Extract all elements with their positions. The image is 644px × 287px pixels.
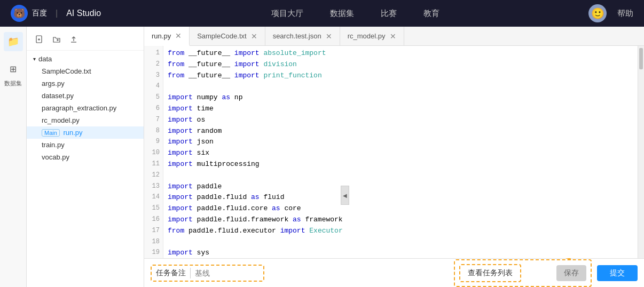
- view-tasks-btn[interactable]: 查看任务列表: [459, 264, 521, 282]
- tab-samplecode[interactable]: SampleCode.txt ✕: [190, 27, 265, 45]
- file-vocab[interactable]: vocab.py: [27, 151, 144, 163]
- top-nav: 🐻 百度 | AI Studio 项目大厅 数据集 比赛 教育 🙂 帮助: [0, 0, 644, 27]
- baseline-input[interactable]: [195, 269, 259, 277]
- tab-close-rcmodel[interactable]: ✕: [390, 33, 396, 40]
- folder-name: data: [38, 55, 52, 63]
- code-line-4: [168, 81, 633, 92]
- file-rcmodel[interactable]: rc_model.py: [27, 114, 144, 126]
- submit-btn[interactable]: 提交: [597, 265, 638, 281]
- folder-icon: 📁: [7, 36, 19, 47]
- file-args[interactable]: args.py: [27, 77, 144, 90]
- code-line-16: import paddle.fluid.framework as framewo…: [168, 214, 633, 226]
- code-line-13: import paddle: [168, 181, 633, 193]
- upload-btn[interactable]: [67, 33, 80, 46]
- code-line-3: from __future__ import print_function: [168, 70, 633, 82]
- baidu-text: 百度: [32, 9, 47, 18]
- scrollbar[interactable]: [638, 46, 644, 258]
- file-dataset[interactable]: dataset.py: [27, 90, 144, 102]
- code-line-15: import paddle.fluid.core as core: [168, 203, 633, 214]
- help-link[interactable]: 帮助: [617, 9, 633, 19]
- avatar[interactable]: 🙂: [588, 4, 607, 22]
- tab-rcmodel[interactable]: rc_model.py ✕: [340, 27, 404, 45]
- code-line-12: [168, 170, 633, 181]
- nav-right: 🙂 帮助: [588, 4, 633, 22]
- baidu-bear-icon: 🐻: [11, 5, 28, 22]
- code-line-17: from paddle.fluid.executor import Execut…: [168, 226, 633, 237]
- new-file-btn[interactable]: [33, 33, 46, 46]
- editor-tabs: run.py ✕ SampleCode.txt ✕ search.test.js…: [144, 27, 644, 46]
- line-numbers: 12345 678910 1112131415 1617181920 21222…: [144, 46, 163, 258]
- sidebar-files-btn[interactable]: 📁: [4, 32, 23, 51]
- task-note-area: 任务备注: [151, 265, 264, 282]
- code-lines[interactable]: from __future__ import absolute_import f…: [163, 46, 638, 258]
- arrow-annotation: [525, 262, 552, 284]
- file-tree-toolbar: [27, 31, 144, 51]
- sidebar-icons: 📁 ⊞ 数据集: [0, 27, 27, 287]
- file-list: ▾ data SampleCode.txt args.py dataset.py…: [27, 51, 144, 165]
- save-btn[interactable]: 保存: [556, 265, 586, 281]
- nav-links: 项目大厅 数据集 比赛 教育: [122, 9, 588, 19]
- ai-studio-label: AI Studio: [66, 9, 101, 18]
- tab-runpy[interactable]: run.py ✕: [144, 27, 190, 46]
- grid-icon: ⊞: [10, 64, 17, 74]
- tab-close-search[interactable]: ✕: [326, 33, 332, 40]
- collapse-btn[interactable]: ◀: [341, 186, 349, 205]
- bottom-panel: 任务备注 查看任务列表 保存: [144, 258, 644, 287]
- nav-link-projects[interactable]: 项目大厅: [271, 9, 303, 19]
- code-line-11: import multiprocessing: [168, 159, 633, 170]
- editor-area: run.py ✕ SampleCode.txt ✕ search.test.js…: [144, 27, 644, 287]
- code-line-18: [168, 237, 633, 248]
- file-tree: ▾ data SampleCode.txt args.py dataset.py…: [27, 27, 144, 287]
- nav-logo: 🐻 百度 | AI Studio: [11, 5, 101, 22]
- code-line-9: import json: [168, 137, 633, 148]
- sidebar-datasets-section: ⊞ 数据集: [4, 59, 23, 87]
- file-train[interactable]: train.py: [27, 139, 144, 151]
- code-line-8: import random: [168, 126, 633, 137]
- chevron-down-icon: ▾: [33, 56, 36, 62]
- tab-close-samplecode[interactable]: ✕: [251, 33, 257, 40]
- nav-link-competition[interactable]: 比赛: [381, 9, 397, 19]
- right-btn-group: 查看任务列表 保存: [454, 259, 592, 287]
- code-content[interactable]: 12345 678910 1112131415 1617181920 21222…: [144, 46, 638, 258]
- datasets-label: 数据集: [4, 79, 22, 87]
- code-line-10: import six: [168, 148, 633, 159]
- code-line-19: import sys: [168, 248, 633, 258]
- folder-data[interactable]: ▾ data: [27, 53, 144, 65]
- code-line-1: from __future__ import absolute_import: [168, 48, 633, 59]
- tab-close-runpy[interactable]: ✕: [175, 32, 182, 39]
- code-line-2: from __future__ import division: [168, 59, 633, 70]
- code-line-14: import paddle.fluid as fluid: [168, 192, 633, 203]
- main-badge: Main: [42, 129, 60, 137]
- tab-search-json[interactable]: search.test.json ✕: [265, 27, 340, 45]
- main-layout: 📁 ⊞ 数据集: [0, 27, 644, 287]
- nav-link-datasets[interactable]: 数据集: [330, 9, 354, 19]
- file-samplecode[interactable]: SampleCode.txt: [27, 65, 144, 77]
- task-note-label: 任务备注: [156, 268, 186, 278]
- new-folder-btn[interactable]: [50, 33, 63, 46]
- code-wrapper: 12345 678910 1112131415 1617181920 21222…: [144, 46, 644, 258]
- file-runpy[interactable]: Main run.py: [27, 126, 144, 139]
- code-line-5: import numpy as np: [168, 92, 633, 103]
- code-line-7: import os: [168, 115, 633, 126]
- nav-link-education[interactable]: 教育: [423, 9, 439, 19]
- sidebar-datasets-btn[interactable]: ⊞: [4, 59, 23, 78]
- code-line-6: import time: [168, 103, 633, 115]
- file-paragraph[interactable]: paragraph_extraction.py: [27, 102, 144, 114]
